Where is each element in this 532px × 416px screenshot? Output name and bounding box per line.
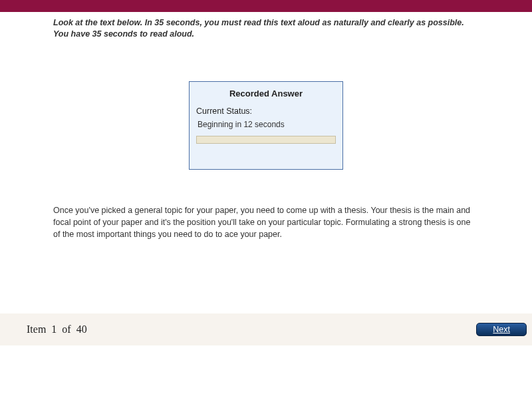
recorder-body: Current Status: Beginning in 12 seconds <box>190 106 342 144</box>
progress-bar <box>196 136 336 144</box>
recorder-container: Recorded Answer Current Status: Beginnin… <box>53 81 479 170</box>
instructions-text: Look at the text below. In 35 seconds, y… <box>53 17 479 40</box>
main-content: Look at the text below. In 35 seconds, y… <box>0 12 532 240</box>
recorder-title: Recorded Answer <box>190 82 342 106</box>
footer-bar: Item 1 of 40 Next <box>0 313 532 345</box>
next-button[interactable]: Next <box>476 323 527 336</box>
status-label: Current Status: <box>196 106 336 116</box>
reading-passage: Once you've picked a general topic for y… <box>53 204 479 240</box>
recorded-answer-panel: Recorded Answer Current Status: Beginnin… <box>189 81 343 170</box>
status-text: Beginning in 12 seconds <box>196 120 336 129</box>
item-counter: Item 1 of 40 <box>27 323 87 335</box>
top-bar <box>0 0 532 12</box>
